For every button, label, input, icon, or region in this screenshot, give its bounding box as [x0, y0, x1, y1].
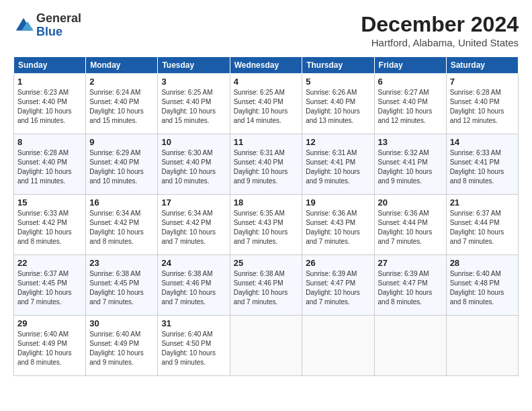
- day-number: 1: [17, 77, 82, 87]
- day-info: Sunrise: 6:28 AMSunset: 4:40 PMDaylight:…: [17, 148, 82, 186]
- calendar-cell: 26Sunrise: 6:39 AMSunset: 4:47 PMDayligh…: [302, 255, 374, 316]
- header-row: General Blue December 2024 Hartford, Ala…: [13, 12, 519, 48]
- day-number: 30: [89, 318, 154, 328]
- day-info: Sunrise: 6:40 AMSunset: 4:48 PMDaylight:…: [450, 269, 515, 307]
- main-title: December 2024: [361, 12, 519, 37]
- day-number: 16: [89, 197, 154, 208]
- day-number: 12: [306, 137, 370, 147]
- calendar-cell: 4Sunrise: 6:25 AMSunset: 4:40 PMDaylight…: [230, 74, 302, 134]
- day-number: 20: [378, 197, 443, 208]
- calendar-cell: 16Sunrise: 6:34 AMSunset: 4:42 PMDayligh…: [86, 195, 158, 255]
- calendar-cell: 29Sunrise: 6:40 AMSunset: 4:49 PMDayligh…: [14, 316, 86, 376]
- calendar-cell: 17Sunrise: 6:34 AMSunset: 4:42 PMDayligh…: [158, 195, 230, 255]
- calendar-cell: 12Sunrise: 6:31 AMSunset: 4:41 PMDayligh…: [302, 134, 374, 195]
- col-thursday: Thursday: [302, 57, 374, 74]
- calendar-cell: 15Sunrise: 6:33 AMSunset: 4:42 PMDayligh…: [14, 195, 86, 255]
- calendar-cell: 6Sunrise: 6:27 AMSunset: 4:40 PMDaylight…: [374, 74, 446, 134]
- day-number: 13: [378, 137, 443, 147]
- day-number: 9: [89, 137, 154, 147]
- day-info: Sunrise: 6:38 AMSunset: 4:45 PMDaylight:…: [89, 269, 154, 307]
- col-tuesday: Tuesday: [158, 57, 230, 74]
- calendar-cell: 5Sunrise: 6:26 AMSunset: 4:40 PMDaylight…: [302, 74, 374, 134]
- day-number: 4: [234, 77, 299, 87]
- day-number: 22: [17, 258, 82, 268]
- calendar-cell: 11Sunrise: 6:31 AMSunset: 4:40 PMDayligh…: [230, 134, 302, 195]
- col-monday: Monday: [86, 57, 158, 74]
- day-number: 15: [17, 197, 82, 208]
- day-number: 10: [161, 137, 226, 147]
- day-info: Sunrise: 6:36 AMSunset: 4:44 PMDaylight:…: [378, 209, 443, 246]
- day-number: 2: [89, 77, 154, 87]
- calendar-cell: 22Sunrise: 6:37 AMSunset: 4:45 PMDayligh…: [14, 255, 86, 316]
- day-info: Sunrise: 6:34 AMSunset: 4:42 PMDaylight:…: [89, 209, 154, 246]
- calendar-cell: 18Sunrise: 6:35 AMSunset: 4:43 PMDayligh…: [230, 195, 302, 255]
- calendar-week-5: 29Sunrise: 6:40 AMSunset: 4:49 PMDayligh…: [14, 316, 519, 376]
- day-number: 8: [17, 137, 82, 147]
- logo-general: General: [36, 11, 81, 25]
- calendar-week-2: 8Sunrise: 6:28 AMSunset: 4:40 PMDaylight…: [14, 134, 519, 195]
- day-info: Sunrise: 6:27 AMSunset: 4:40 PMDaylight:…: [378, 88, 443, 126]
- day-number: 19: [306, 197, 370, 208]
- title-block: December 2024 Hartford, Alabama, United …: [361, 12, 519, 48]
- calendar-cell: 1Sunrise: 6:23 AMSunset: 4:40 PMDaylight…: [14, 74, 86, 134]
- calendar-cell: 25Sunrise: 6:38 AMSunset: 4:46 PMDayligh…: [230, 255, 302, 316]
- calendar-cell: 9Sunrise: 6:29 AMSunset: 4:40 PMDaylight…: [86, 134, 158, 195]
- day-number: 6: [378, 77, 443, 87]
- calendar-cell: [446, 316, 518, 376]
- day-info: Sunrise: 6:29 AMSunset: 4:40 PMDaylight:…: [89, 148, 154, 186]
- col-sunday: Sunday: [14, 57, 86, 74]
- day-info: Sunrise: 6:36 AMSunset: 4:43 PMDaylight:…: [306, 209, 370, 246]
- calendar-cell: 3Sunrise: 6:25 AMSunset: 4:40 PMDaylight…: [158, 74, 230, 134]
- day-info: Sunrise: 6:35 AMSunset: 4:43 PMDaylight:…: [234, 209, 299, 246]
- calendar-cell: 23Sunrise: 6:38 AMSunset: 4:45 PMDayligh…: [86, 255, 158, 316]
- day-info: Sunrise: 6:38 AMSunset: 4:46 PMDaylight:…: [234, 269, 299, 307]
- calendar-cell: 24Sunrise: 6:38 AMSunset: 4:46 PMDayligh…: [158, 255, 230, 316]
- calendar-table: Sunday Monday Tuesday Wednesday Thursday…: [13, 56, 519, 376]
- day-info: Sunrise: 6:32 AMSunset: 4:41 PMDaylight:…: [378, 148, 443, 186]
- day-number: 14: [450, 137, 515, 147]
- day-info: Sunrise: 6:24 AMSunset: 4:40 PMDaylight:…: [89, 88, 154, 126]
- calendar-cell: 20Sunrise: 6:36 AMSunset: 4:44 PMDayligh…: [374, 195, 446, 255]
- calendar-cell: 27Sunrise: 6:39 AMSunset: 4:47 PMDayligh…: [374, 255, 446, 316]
- day-number: 29: [17, 318, 82, 328]
- calendar-cell: 21Sunrise: 6:37 AMSunset: 4:44 PMDayligh…: [446, 195, 518, 255]
- calendar-cell: 13Sunrise: 6:32 AMSunset: 4:41 PMDayligh…: [374, 134, 446, 195]
- logo-text: General Blue: [36, 12, 81, 39]
- day-info: Sunrise: 6:40 AMSunset: 4:50 PMDaylight:…: [161, 330, 226, 367]
- calendar-cell: [374, 316, 446, 376]
- day-info: Sunrise: 6:40 AMSunset: 4:49 PMDaylight:…: [89, 330, 154, 367]
- day-number: 24: [161, 258, 226, 268]
- day-info: Sunrise: 6:23 AMSunset: 4:40 PMDaylight:…: [17, 88, 82, 126]
- calendar-cell: 30Sunrise: 6:40 AMSunset: 4:49 PMDayligh…: [86, 316, 158, 376]
- day-info: Sunrise: 6:28 AMSunset: 4:40 PMDaylight:…: [450, 88, 515, 126]
- calendar-cell: 8Sunrise: 6:28 AMSunset: 4:40 PMDaylight…: [14, 134, 86, 195]
- day-number: 21: [450, 197, 515, 208]
- day-info: Sunrise: 6:31 AMSunset: 4:41 PMDaylight:…: [306, 148, 370, 186]
- col-friday: Friday: [374, 57, 446, 74]
- day-number: 7: [450, 77, 515, 87]
- col-wednesday: Wednesday: [230, 57, 302, 74]
- logo-blue: Blue: [36, 25, 62, 38]
- col-saturday: Saturday: [446, 57, 518, 74]
- subtitle: Hartford, Alabama, United States: [361, 37, 519, 48]
- calendar-cell: 14Sunrise: 6:33 AMSunset: 4:41 PMDayligh…: [446, 134, 518, 195]
- calendar-cell: 7Sunrise: 6:28 AMSunset: 4:40 PMDaylight…: [446, 74, 518, 134]
- calendar-cell: 10Sunrise: 6:30 AMSunset: 4:40 PMDayligh…: [158, 134, 230, 195]
- day-info: Sunrise: 6:34 AMSunset: 4:42 PMDaylight:…: [161, 209, 226, 246]
- calendar-week-1: 1Sunrise: 6:23 AMSunset: 4:40 PMDaylight…: [14, 74, 519, 134]
- day-number: 17: [161, 197, 226, 208]
- day-number: 27: [378, 258, 443, 268]
- calendar-header-row: Sunday Monday Tuesday Wednesday Thursday…: [14, 57, 519, 74]
- logo-icon: [13, 15, 34, 36]
- day-number: 26: [306, 258, 370, 268]
- day-info: Sunrise: 6:31 AMSunset: 4:40 PMDaylight:…: [234, 148, 299, 186]
- day-info: Sunrise: 6:25 AMSunset: 4:40 PMDaylight:…: [161, 88, 226, 126]
- day-number: 3: [161, 77, 226, 87]
- day-info: Sunrise: 6:39 AMSunset: 4:47 PMDaylight:…: [378, 269, 443, 307]
- day-number: 11: [234, 137, 299, 147]
- day-info: Sunrise: 6:25 AMSunset: 4:40 PMDaylight:…: [234, 88, 299, 126]
- calendar-cell: 19Sunrise: 6:36 AMSunset: 4:43 PMDayligh…: [302, 195, 374, 255]
- day-info: Sunrise: 6:33 AMSunset: 4:42 PMDaylight:…: [17, 209, 82, 246]
- day-info: Sunrise: 6:38 AMSunset: 4:46 PMDaylight:…: [161, 269, 226, 307]
- day-info: Sunrise: 6:37 AMSunset: 4:44 PMDaylight:…: [450, 209, 515, 246]
